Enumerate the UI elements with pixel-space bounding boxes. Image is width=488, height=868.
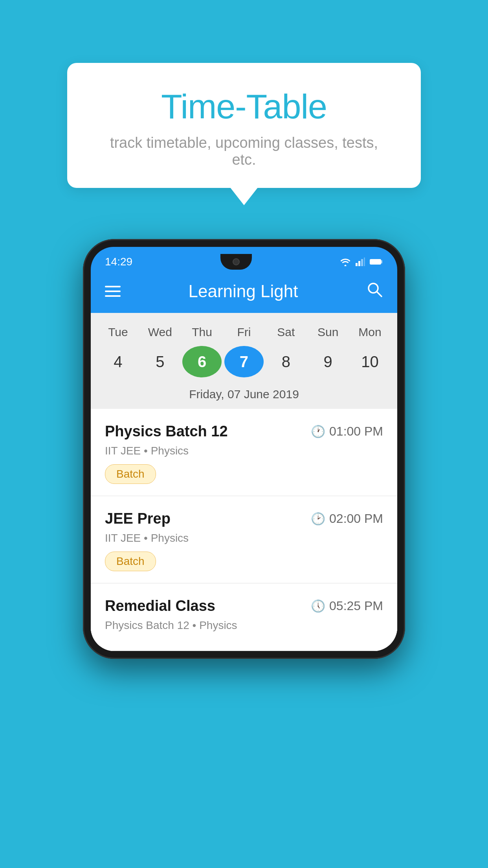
class-title-1: Physics Batch 12 [105, 423, 228, 440]
class-time-1: 🕐 01:00 PM [311, 424, 383, 439]
day-10[interactable]: 10 [350, 346, 389, 377]
clock-icon-2: 🕑 [311, 512, 325, 526]
notch [220, 254, 252, 270]
speech-bubble-section: Time-Table track timetable, upcoming cla… [67, 63, 421, 188]
class-time-3: 🕔 05:25 PM [311, 599, 383, 613]
day-name-thu: Thu [182, 326, 222, 339]
class-card-jee-prep[interactable]: JEE Prep 🕑 02:00 PM IIT JEE • Physics Ba… [91, 496, 397, 583]
search-icon[interactable] [366, 281, 383, 302]
day-names-row: Tue Wed Thu Fri Sat Sun Mon [97, 322, 391, 342]
svg-rect-0 [356, 263, 358, 266]
day-numbers-row: 4 5 6 7 8 9 10 [97, 342, 391, 384]
day-7-selected[interactable]: 7 [224, 346, 264, 377]
speech-bubble: Time-Table track timetable, upcoming cla… [67, 63, 421, 188]
app-screen: Learning Light Tue Wed Thu Fri Sat Sun [91, 270, 397, 651]
day-name-wed: Wed [140, 326, 180, 339]
day-8[interactable]: 8 [266, 346, 306, 377]
clock-icon-3: 🕔 [311, 599, 325, 613]
day-5[interactable]: 5 [140, 346, 180, 377]
bubble-title: Time-Table [99, 86, 389, 127]
class-time-2: 🕑 02:00 PM [311, 511, 383, 526]
hamburger-icon[interactable] [105, 286, 121, 297]
class-title-3: Remedial Class [105, 598, 215, 614]
class-time-text-1: 01:00 PM [329, 424, 383, 439]
svg-rect-1 [358, 261, 360, 266]
batch-badge-2: Batch [105, 552, 156, 571]
day-6-today[interactable]: 6 [182, 346, 222, 377]
class-card-physics-batch-12[interactable]: Physics Batch 12 🕐 01:00 PM IIT JEE • Ph… [91, 409, 397, 496]
class-subtitle-2: IIT JEE • Physics [105, 532, 383, 544]
day-name-fri: Fri [224, 326, 264, 339]
svg-line-7 [377, 292, 382, 296]
calendar-header: Tue Wed Thu Fri Sat Sun Mon 4 5 6 7 8 9 … [91, 313, 397, 409]
battery-icon [370, 258, 383, 265]
day-name-sat: Sat [266, 326, 306, 339]
class-card-header-1: Physics Batch 12 🕐 01:00 PM [105, 423, 383, 440]
app-bar-title: Learning Light [189, 281, 298, 301]
day-name-tue: Tue [98, 326, 138, 339]
status-icons [340, 257, 383, 266]
day-name-mon: Mon [350, 326, 389, 339]
class-card-header-3: Remedial Class 🕔 05:25 PM [105, 598, 383, 614]
class-subtitle-1: IIT JEE • Physics [105, 445, 383, 457]
classes-list: Physics Batch 12 🕐 01:00 PM IIT JEE • Ph… [91, 409, 397, 651]
class-time-text-2: 02:00 PM [329, 511, 383, 526]
app-bar: Learning Light [91, 270, 397, 313]
day-4[interactable]: 4 [98, 346, 138, 377]
clock-icon-1: 🕐 [311, 425, 325, 438]
svg-rect-4 [370, 259, 381, 265]
svg-rect-3 [364, 257, 365, 266]
bubble-subtitle: track timetable, upcoming classes, tests… [99, 134, 389, 168]
phone-mockup: 14:29 [83, 239, 405, 659]
camera [233, 258, 240, 265]
svg-rect-5 [381, 260, 382, 263]
wifi-icon [340, 257, 351, 266]
class-time-text-3: 05:25 PM [329, 599, 383, 613]
day-name-sun: Sun [308, 326, 348, 339]
day-9[interactable]: 9 [308, 346, 348, 377]
class-card-remedial[interactable]: Remedial Class 🕔 05:25 PM Physics Batch … [91, 583, 397, 651]
selected-date-label: Friday, 07 June 2019 [97, 384, 391, 409]
class-subtitle-3: Physics Batch 12 • Physics [105, 619, 383, 632]
class-card-header-2: JEE Prep 🕑 02:00 PM [105, 510, 383, 527]
status-bar: 14:29 [91, 247, 397, 270]
phone-body: 14:29 [83, 239, 405, 659]
svg-rect-2 [361, 259, 363, 266]
class-title-2: JEE Prep [105, 510, 171, 527]
status-time: 14:29 [105, 256, 132, 268]
batch-badge-1: Batch [105, 464, 156, 484]
signal-icon [356, 257, 365, 266]
